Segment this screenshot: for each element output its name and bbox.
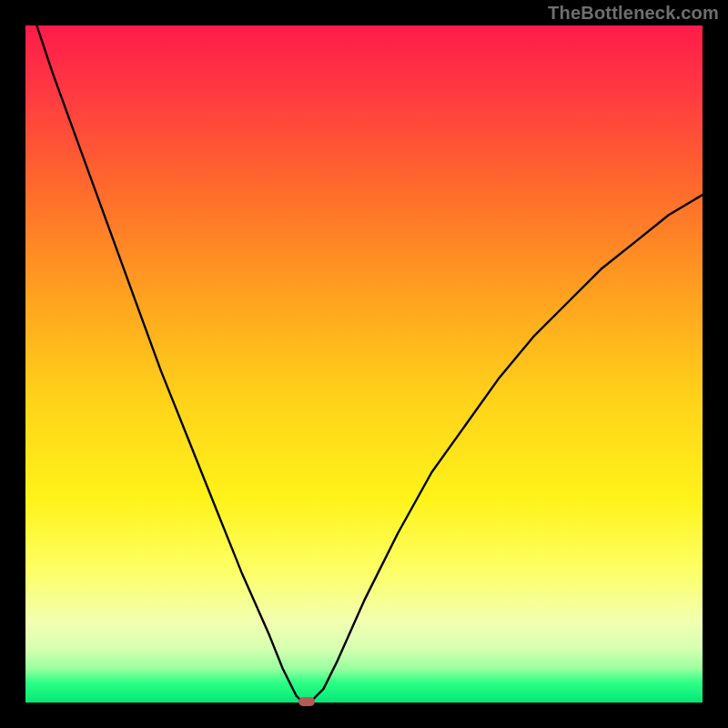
plot-area: [25, 25, 703, 703]
minimum-marker: [298, 697, 315, 706]
watermark-text: TheBottleneck.com: [548, 3, 719, 24]
chart-frame: TheBottleneck.com: [0, 0, 728, 728]
bottleneck-curve: [25, 25, 703, 703]
